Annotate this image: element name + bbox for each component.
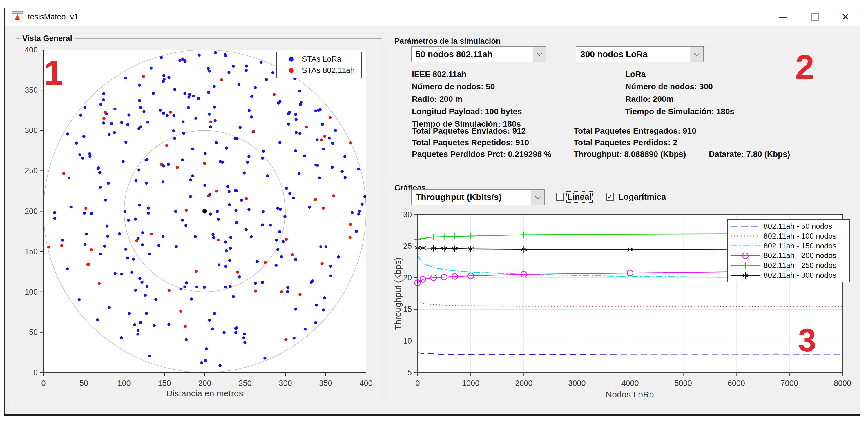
svg-text:10: 10 (403, 336, 412, 345)
panel-parametros-title: Parámetros de la simulación (392, 37, 503, 46)
line-legend: 802.11ah - 50 nodos802.11ah - 100 nodos8… (727, 219, 850, 282)
legend-label: 802.11ah - 50 nodos (764, 222, 832, 231)
window-title: tesisMateo_v1 (28, 8, 78, 26)
legend-entry: STAs 802.11ah (289, 66, 361, 75)
dropdown-lora-value: 300 nodos LoRa (576, 47, 690, 62)
svg-text:0: 0 (33, 368, 38, 377)
svg-text:1000: 1000 (462, 379, 479, 388)
svg-text:400: 400 (359, 379, 372, 388)
chevron-down-icon (537, 51, 542, 56)
annotation-3: 3 (798, 324, 816, 357)
ah-dot-icon (289, 68, 294, 73)
legend-entry: 802.11ah - 250 nodos (730, 261, 848, 270)
legend-line-sample (730, 242, 761, 250)
svg-text:2000: 2000 (515, 379, 532, 388)
minimize-button[interactable]: — (773, 8, 793, 26)
svg-text:3000: 3000 (568, 379, 586, 388)
annotation-1: 1 (44, 56, 63, 90)
lora-info: LoRa Número de nodos: 300 Radio: 200m Ti… (625, 68, 734, 118)
scatter-legend: STAs LoRa STAs 802.11ah (276, 52, 362, 78)
svg-text:100: 100 (118, 379, 130, 388)
title-bar: tesisMateo_v1 (5, 8, 860, 26)
maximize-icon (811, 13, 819, 21)
svg-text:0: 0 (41, 379, 45, 388)
svg-text:300: 300 (25, 126, 38, 135)
svg-text:50: 50 (29, 328, 38, 336)
matlab-app-icon (12, 11, 23, 22)
dropdown-80211ah-value: 50 nodos 802.11ah (411, 47, 533, 62)
svg-text:30: 30 (403, 210, 412, 219)
legend-entry: 802.11ah - 150 nodos (730, 241, 848, 251)
line-ylabel: Throughput (Kbps) (393, 212, 403, 375)
lora-dot-icon (289, 57, 294, 62)
legend-line-sample (730, 261, 761, 270)
svg-text:350: 350 (319, 379, 332, 388)
svg-text:4000: 4000 (621, 379, 639, 388)
legend-entry: STAs LoRa (289, 55, 361, 64)
datarate-value: Datarate: 7.80 (Kbps) (709, 149, 790, 160)
legend-line-sample (730, 252, 761, 260)
dropdown-lora-nodes[interactable]: 300 nodos LoRa (576, 46, 704, 62)
screenshot-root: tesisMateo_v1 — ✕ Vista General 05010015… (0, 0, 868, 425)
svg-text:0: 0 (415, 379, 420, 388)
chevron-down-icon (694, 51, 699, 56)
totals-column-1: Total Paquetes Enviados: 912 Total Paque… (412, 125, 551, 160)
legend-label: 802.11ah - 100 nodos (764, 232, 836, 241)
svg-text:6000: 6000 (727, 379, 745, 388)
maximize-button[interactable] (805, 8, 825, 26)
svg-text:25: 25 (403, 242, 412, 251)
svg-text:350: 350 (25, 86, 38, 95)
legend-label: STAs LoRa (302, 55, 341, 64)
legend-entry: 802.11ah - 300 nodos (730, 271, 848, 280)
svg-text:150: 150 (158, 379, 171, 388)
legend-label: 802.11ah - 250 nodos (764, 261, 836, 270)
svg-text:8000: 8000 (834, 379, 850, 388)
svg-text:50: 50 (80, 379, 88, 388)
ieee-80211ah-info: IEEE 802.11ah Número de nodos: 50 Radio:… (412, 68, 522, 130)
totals-column-2: Total Paquetes Entregados: 910 Total Paq… (574, 125, 696, 160)
legend-label: 802.11ah - 200 nodos (764, 251, 836, 260)
legend-entry: 802.11ah - 50 nodos (730, 222, 848, 231)
annotation-2: 2 (795, 50, 814, 84)
close-button[interactable]: ✕ (835, 8, 856, 26)
legend-line-sample (730, 232, 761, 240)
svg-text:200: 200 (198, 379, 211, 388)
scatter-plot: 0501001502002503003504000501001502002503… (16, 38, 382, 404)
svg-text:5: 5 (407, 368, 412, 377)
dropdown-80211ah-nodes[interactable]: 50 nodos 802.11ah (411, 46, 547, 62)
legend-label: STAs 802.11ah (302, 66, 355, 75)
svg-text:7000: 7000 (781, 379, 798, 388)
svg-text:250: 250 (238, 379, 251, 388)
legend-entry: 802.11ah - 200 nodos (730, 251, 848, 260)
svg-text:250: 250 (25, 166, 38, 175)
line-xlabel: Nodos LoRa (543, 390, 717, 399)
legend-label: 802.11ah - 300 nodos (764, 271, 836, 280)
svg-text:20: 20 (403, 273, 412, 282)
legend-line-sample (730, 271, 761, 280)
legend-label: 802.11ah - 150 nodos (764, 241, 836, 251)
svg-text:150: 150 (25, 247, 38, 256)
svg-text:400: 400 (25, 45, 38, 54)
dropdown-button[interactable] (690, 47, 703, 62)
legend-line-sample (730, 222, 761, 230)
svg-text:300: 300 (279, 379, 292, 388)
dropdown-button[interactable] (533, 47, 546, 62)
svg-text:5000: 5000 (675, 379, 692, 388)
svg-text:100: 100 (25, 288, 38, 296)
scatter-xlabel: Distancia en metros (118, 389, 292, 398)
svg-text:200: 200 (25, 207, 38, 216)
legend-entry: 802.11ah - 100 nodos (730, 232, 848, 241)
svg-text:15: 15 (403, 305, 412, 314)
